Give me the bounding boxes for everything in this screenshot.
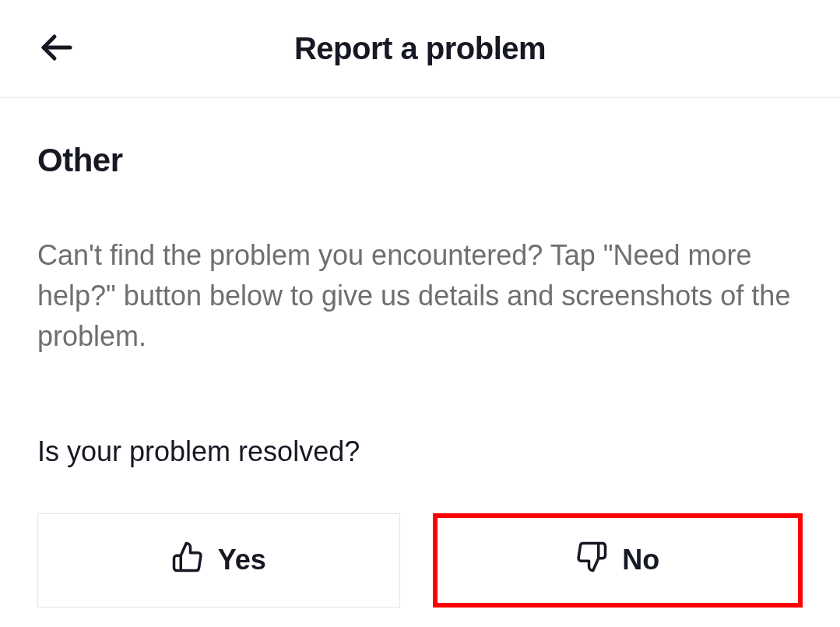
page-title: Report a problem xyxy=(37,31,803,66)
no-button[interactable]: No xyxy=(433,513,803,608)
arrow-left-icon xyxy=(37,29,75,69)
yes-button-label: Yes xyxy=(218,544,266,576)
thumbs-up-icon xyxy=(171,541,204,580)
description-text: Can't find the problem you encountered? … xyxy=(37,235,803,358)
thumbs-down-icon xyxy=(575,541,608,580)
page-header: Report a problem xyxy=(0,0,840,98)
feedback-button-row: Yes No xyxy=(37,513,803,608)
resolved-question: Is your problem resolved? xyxy=(37,435,803,468)
section-heading: Other xyxy=(37,142,803,179)
no-button-label: No xyxy=(622,544,659,576)
main-content: Other Can't find the problem you encount… xyxy=(0,98,840,608)
yes-button[interactable]: Yes xyxy=(37,513,400,608)
back-button[interactable] xyxy=(37,29,75,69)
